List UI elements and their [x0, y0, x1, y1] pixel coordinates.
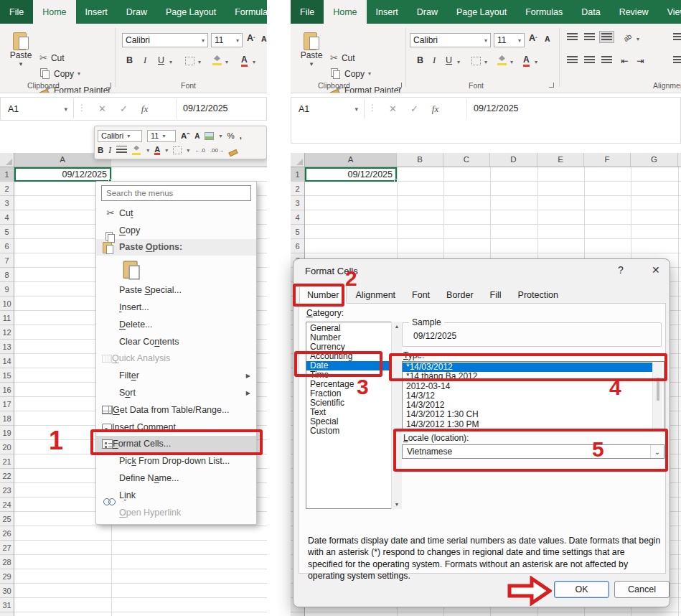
menu-item[interactable]: Sort ▶	[96, 384, 256, 401]
selected-cell-a1[interactable]: 09/12/2025	[305, 167, 397, 182]
row-header[interactable]: 7	[0, 253, 14, 268]
menu-item[interactable]: Delete...	[96, 316, 256, 333]
type-scrollbar[interactable]	[652, 362, 662, 430]
row-header[interactable]: 1	[291, 167, 304, 182]
borders-icon[interactable]	[185, 57, 194, 65]
row-header[interactable]: 3	[291, 196, 304, 210]
row-header[interactable]: 5	[0, 225, 14, 239]
enter-icon[interactable]: ✓	[120, 103, 128, 114]
align-center-icon[interactable]	[116, 146, 127, 155]
dialog-tab[interactable]: Fill	[482, 286, 509, 304]
menu-item[interactable]: Pick From Drop-down List...	[96, 452, 256, 470]
row-header[interactable]: 12	[0, 325, 14, 340]
locale-dropdown[interactable]: Vietnamese ⌄	[402, 444, 664, 459]
copy-button[interactable]: Copy ▾	[39, 68, 80, 79]
row-header[interactable]: 23	[0, 483, 14, 498]
fill-color-icon[interactable]	[132, 146, 141, 155]
row-header[interactable]: 22	[0, 469, 14, 483]
menu-item[interactable]: Insert Comment	[96, 419, 256, 436]
fill-handle[interactable]	[394, 179, 398, 182]
type-item[interactable]: 14/3/12	[403, 391, 664, 401]
format-as-image-icon[interactable]	[205, 132, 214, 140]
bold-button[interactable]: B	[126, 55, 133, 65]
format-painter-icon[interactable]	[229, 146, 238, 155]
row-header[interactable]: 30	[0, 584, 14, 598]
row-header[interactable]: 29	[0, 569, 14, 584]
column-header[interactable]: B	[397, 153, 443, 167]
fill-color-icon[interactable]	[497, 55, 507, 65]
ribbon-tab[interactable]: View	[658, 0, 681, 24]
menu-item[interactable]: Paste Special...	[96, 281, 256, 299]
ribbon-tab[interactable]: Formulas	[225, 0, 267, 24]
merge-center-button[interactable]	[671, 54, 681, 66]
orientation-icon[interactable]: ab	[622, 32, 633, 43]
align-middle-button[interactable]	[582, 31, 597, 43]
copy-button[interactable]: Copy ▾	[330, 68, 371, 79]
type-item[interactable]: 2012-03-14	[403, 382, 664, 391]
align-top-button[interactable]	[565, 31, 580, 43]
ribbon-tab[interactable]: Insert	[367, 0, 408, 24]
decrease-font-button[interactable]: A	[545, 34, 550, 43]
align-right-button[interactable]	[599, 54, 614, 66]
row-header[interactable]: 10	[0, 297, 14, 311]
chevron-down-icon[interactable]: ▾	[510, 59, 513, 65]
category-scrollbar[interactable]: ▲ ▼	[391, 322, 402, 509]
column-header[interactable]: G	[631, 153, 678, 167]
category-item[interactable]: Custom	[306, 426, 401, 436]
borders-icon[interactable]	[173, 146, 182, 154]
chevron-down-icon[interactable]: ▾	[198, 59, 201, 65]
increase-font-button[interactable]: Aˆ	[181, 131, 189, 140]
row-header[interactable]: 17	[0, 397, 14, 411]
row-header[interactable]: 27	[0, 541, 14, 555]
increase-indent-icon[interactable]: ⇥	[637, 55, 644, 66]
scroll-up-icon[interactable]: ▲	[395, 324, 400, 329]
cut-button[interactable]: ✂ Cut	[330, 52, 355, 63]
italic-button[interactable]: I	[144, 55, 146, 66]
italic-button[interactable]: I	[433, 55, 436, 66]
row-header[interactable]: 25	[0, 512, 14, 526]
dialog-tab[interactable]: Border	[438, 286, 482, 304]
bold-button[interactable]: B	[417, 55, 423, 65]
row-header[interactable]: 13	[0, 340, 14, 354]
column-header[interactable]: D	[490, 153, 537, 167]
selected-cell-a1[interactable]: 09/12/2025	[14, 167, 111, 182]
font-dialog-launcher-icon[interactable]	[549, 83, 554, 88]
menu-item[interactable]: Open Hyperlink	[96, 504, 256, 521]
row-header[interactable]: 26	[0, 526, 14, 541]
menu-item[interactable]: Filter ▶	[96, 367, 256, 384]
row-header[interactable]: 3	[0, 196, 14, 210]
dialog-tab[interactable]: Number	[299, 286, 347, 304]
menu-item[interactable]: Paste Options:	[96, 239, 256, 256]
menu-item[interactable]: Get Data from Table/Range...	[96, 401, 256, 419]
row-header[interactable]: 8	[0, 268, 14, 282]
decrease-font-button[interactable]: A	[261, 34, 267, 43]
ribbon-tab[interactable]: Draw	[408, 0, 447, 24]
column-header[interactable]: A	[305, 153, 397, 167]
row-header[interactable]: 20	[0, 440, 14, 454]
close-icon[interactable]: ✕	[652, 264, 660, 276]
font-color-icon[interactable]: A	[241, 56, 248, 67]
row-header[interactable]: 14	[0, 354, 14, 368]
chevron-down-icon[interactable]: ▾	[253, 59, 255, 65]
row-header[interactable]: 5	[291, 225, 304, 239]
increase-decimal-button[interactable]: .00→	[210, 147, 224, 154]
chevron-down-icon[interactable]: ▾	[535, 59, 537, 65]
row-header[interactable]: 2	[291, 182, 304, 196]
menu-item[interactable]: Define Name...	[96, 470, 256, 487]
clipboard-dialog-launcher-icon[interactable]	[106, 83, 111, 88]
ok-button[interactable]: OK	[554, 581, 609, 598]
type-item[interactable]: 14/3/2012 1:30 CH	[403, 410, 664, 419]
font-color-icon[interactable]: A	[523, 56, 530, 67]
row-header[interactable]: 21	[0, 454, 14, 469]
fill-color-icon[interactable]	[212, 55, 222, 65]
italic-button[interactable]: I	[108, 146, 111, 154]
row-header[interactable]: 1	[0, 167, 14, 182]
decrease-indent-icon[interactable]: ⇤	[621, 55, 628, 66]
chevron-down-icon[interactable]: ▾	[457, 59, 460, 65]
clipboard-dialog-launcher-icon[interactable]	[397, 83, 402, 88]
bold-button[interactable]: B	[98, 146, 103, 154]
mini-font-size-combo[interactable]: 11 ▾	[147, 130, 176, 142]
ribbon-tab[interactable]: Review	[610, 0, 658, 24]
row-header[interactable]: 15	[0, 368, 14, 383]
scroll-down-icon[interactable]: ▼	[395, 502, 400, 507]
